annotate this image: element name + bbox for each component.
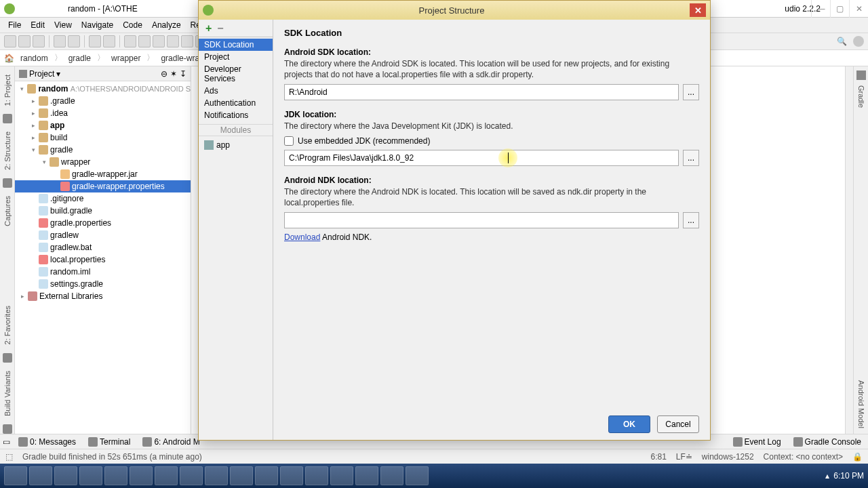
tree-item[interactable]: settings.gradle — [15, 278, 191, 290]
tree-item[interactable]: ▸.idea — [15, 107, 191, 119]
ndk-path-input[interactable] — [284, 212, 679, 228]
menu-file[interactable]: File — [4, 19, 25, 31]
toolbar-button[interactable] — [181, 35, 193, 47]
tab-structure[interactable]: 2: Structure — [2, 126, 13, 176]
dialog-close-button[interactable]: ✕ — [690, 3, 706, 17]
tree-item[interactable]: ▸app — [15, 119, 191, 131]
tab-android-model[interactable]: Android Model — [856, 375, 867, 434]
taskbar-item[interactable] — [280, 466, 303, 485]
hide-icon[interactable]: ↧ — [180, 69, 186, 79]
sidebar-item-developer-services[interactable]: Developer Services — [199, 63, 273, 85]
tree-item[interactable]: ▾wrapper — [15, 156, 191, 168]
taskbar-item[interactable] — [255, 466, 278, 485]
jdk-browse-button[interactable]: ... — [683, 150, 699, 166]
ok-button[interactable]: OK — [608, 415, 650, 433]
system-tray[interactable]: ▴ 6:10 PM — [825, 471, 864, 481]
tab-project[interactable]: 1: Project — [2, 69, 13, 111]
ndk-browse-button[interactable]: ... — [683, 212, 699, 228]
taskbar-item[interactable] — [79, 466, 102, 485]
toolbar-button[interactable] — [89, 35, 101, 47]
tree-item[interactable]: .gitignore — [15, 192, 191, 205]
taskbar-item[interactable] — [205, 466, 228, 485]
taskbar-item[interactable] — [104, 466, 127, 485]
taskbar-item[interactable] — [180, 466, 203, 485]
cancel-button[interactable]: Cancel — [657, 415, 699, 433]
toolbar-button[interactable] — [54, 35, 66, 47]
tray-arrow-icon[interactable]: ▴ — [825, 471, 829, 481]
toolbar-button[interactable] — [68, 35, 80, 47]
collapse-icon[interactable]: ⊖ — [161, 69, 167, 79]
tree-external-libs[interactable]: ▸External Libraries — [15, 290, 191, 302]
tree-item[interactable]: gradlew.bat — [15, 241, 191, 253]
dialog-titlebar[interactable]: Project Structure ✕ — [199, 1, 710, 20]
menu-analyze[interactable]: Analyze — [148, 19, 185, 31]
taskbar-item[interactable] — [130, 466, 153, 485]
search-icon[interactable]: 🔍 — [835, 35, 848, 48]
toolbar-button[interactable] — [103, 35, 115, 47]
avatar-icon[interactable] — [853, 36, 864, 47]
tree-item[interactable]: ▸build — [15, 131, 191, 144]
taskbar-item[interactable] — [54, 466, 77, 485]
sdk-browse-button[interactable]: ... — [683, 84, 699, 100]
sidebar-module-app[interactable]: app — [199, 139, 273, 151]
dock-android[interactable]: 6: Android M — [138, 436, 203, 447]
project-view-dropdown[interactable]: Project ▾ — [19, 69, 60, 79]
tree-item[interactable]: gradle-wrapper.jar — [15, 168, 191, 180]
tree-item[interactable]: build.gradle — [15, 205, 191, 217]
menu-view[interactable]: View — [50, 19, 76, 31]
dock-terminal[interactable]: Terminal — [84, 436, 134, 447]
tab-build-variants[interactable]: Build Variants — [2, 365, 13, 422]
dock-messages[interactable]: 0: Messages — [14, 436, 80, 447]
breadcrumb-home-icon[interactable]: 🏠 — [4, 54, 14, 63]
settings-icon[interactable]: ✶ — [170, 69, 177, 79]
embedded-jdk-checkbox-input[interactable] — [284, 136, 294, 146]
toolbar-button[interactable] — [4, 35, 16, 47]
ndk-download-link[interactable]: Download — [284, 232, 320, 242]
embedded-jdk-checkbox[interactable]: Use embedded JDK (recommended) — [284, 136, 699, 146]
tree-item[interactable]: ▾gradle — [15, 144, 191, 156]
dock-gradle-console[interactable]: Gradle Console — [789, 436, 865, 447]
tool-window-icon[interactable]: ▭ — [3, 437, 10, 447]
sidebar-item-sdk-location[interactable]: SDK Location — [199, 39, 273, 51]
toolbar-button[interactable] — [33, 35, 45, 47]
maximize-button[interactable]: ▢ — [830, 0, 849, 18]
tree-item[interactable]: gradle.properties — [15, 217, 191, 229]
start-button[interactable] — [4, 466, 27, 485]
taskbar-item[interactable] — [380, 466, 403, 485]
close-button[interactable]: ✕ — [849, 0, 868, 18]
project-tree[interactable]: ▾random A:\OTHERS\ANDROID\ANDROID S▸.gra… — [15, 81, 191, 434]
sidebar-item-authentication[interactable]: Authentication — [199, 97, 273, 109]
tab-favorites[interactable]: 2: Favorites — [2, 300, 13, 350]
breadcrumb-item[interactable]: gradle — [64, 53, 95, 64]
toolbar-button[interactable] — [138, 35, 151, 47]
taskbar-item[interactable] — [355, 466, 378, 485]
taskbar-item[interactable] — [330, 466, 353, 485]
taskbar-item[interactable] — [230, 466, 253, 485]
sidebar-item-project[interactable]: Project — [199, 51, 273, 63]
sidebar-item-ads[interactable]: Ads — [199, 85, 273, 97]
menu-navigate[interactable]: Navigate — [77, 19, 117, 31]
taskbar-item[interactable] — [305, 466, 328, 485]
taskbar-item[interactable] — [29, 466, 52, 485]
menu-code[interactable]: Code — [119, 19, 146, 31]
breadcrumb-item[interactable]: wrapper — [107, 53, 144, 64]
minimize-button[interactable]: — — [811, 0, 830, 18]
tree-item[interactable]: gradlew — [15, 229, 191, 241]
tree-item[interactable]: local.properties — [15, 253, 191, 266]
tree-root[interactable]: ▾random A:\OTHERS\ANDROID\ANDROID S — [15, 83, 191, 95]
taskbar-item[interactable] — [406, 466, 429, 485]
toolbar-button[interactable] — [18, 35, 31, 47]
menu-edit[interactable]: Edit — [26, 19, 49, 31]
dock-event-log[interactable]: Event Log — [729, 436, 785, 447]
sidebar-item-notifications[interactable]: Notifications — [199, 109, 273, 121]
tree-item[interactable]: gradle-wrapper.properties — [15, 180, 191, 192]
toolbar-button[interactable] — [153, 35, 165, 47]
add-button[interactable]: + — [205, 22, 212, 35]
breadcrumb-item[interactable]: random — [16, 53, 52, 64]
tree-item[interactable]: ▸.gradle — [15, 95, 191, 107]
tab-gradle[interactable]: Gradle — [856, 80, 867, 113]
taskbar-item[interactable] — [155, 466, 178, 485]
toolbar-button[interactable] — [124, 35, 136, 47]
tab-captures[interactable]: Captures — [2, 190, 13, 232]
sdk-path-input[interactable] — [284, 84, 679, 100]
